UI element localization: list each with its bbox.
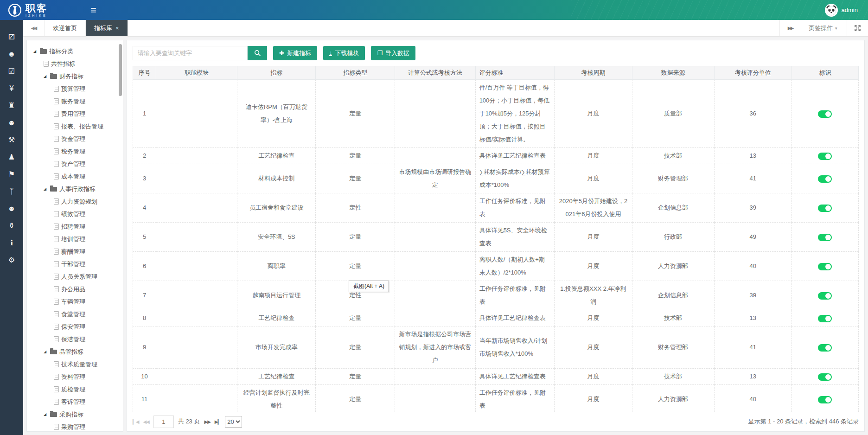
graduation-icon[interactable]: ⚑ xyxy=(8,169,15,179)
table-cell: 月度 xyxy=(555,385,632,414)
tree-leaf-node[interactable]: 办公用品 xyxy=(27,283,123,295)
search-input[interactable] xyxy=(133,46,248,60)
tree-leaf-node[interactable]: 保洁管理 xyxy=(27,333,123,345)
top-navbar: 职客 IZHIKE ≡ admin xyxy=(0,0,868,20)
status-toggle-on[interactable] xyxy=(818,344,832,352)
tree-folder-node[interactable]: ◢人事行政指标 xyxy=(27,183,123,195)
tree-leaf-node[interactable]: 成本管理 xyxy=(27,170,123,183)
table-cell: 工作任务评价标准，见附表 xyxy=(475,385,555,414)
table-cell: 2 xyxy=(133,148,156,164)
tab-operations-dropdown[interactable]: 页签操作 ▾ xyxy=(801,20,847,36)
status-toggle-on[interactable] xyxy=(818,396,832,403)
user-icon[interactable]: ☻ xyxy=(8,204,16,214)
cubes-icon[interactable]: ⚂ xyxy=(8,32,15,42)
tree-leaf-node[interactable]: 共性指标 xyxy=(27,58,123,70)
tree-leaf-node[interactable]: 人员关系管理 xyxy=(27,270,123,283)
table-cell: 质量部 xyxy=(632,80,714,148)
tree-leaf-node[interactable]: 税务管理 xyxy=(27,145,123,158)
tree-leaf-node[interactable]: 招聘管理 xyxy=(27,220,123,233)
download-module-button[interactable]: ↓下载模块 xyxy=(323,46,365,60)
table-row: 11经营计划监督执行及时完整性定量工作任务评价标准，见附表月度人力资源部40 xyxy=(133,385,859,414)
tree-leaf-node[interactable]: 薪酬管理 xyxy=(27,245,123,258)
info-icon[interactable]: ℹ xyxy=(10,238,13,248)
person-arms-up-icon[interactable]: ᛉ xyxy=(9,186,14,197)
tree-folder-node[interactable]: ◢采购指标 xyxy=(27,408,123,421)
status-toggle-on[interactable] xyxy=(818,263,832,270)
toggle-cell xyxy=(791,310,858,326)
trophy-icon[interactable]: ⚱ xyxy=(8,221,14,231)
toggle-cell xyxy=(791,281,858,310)
page-number-input[interactable] xyxy=(153,416,174,428)
create-indicator-button[interactable]: ✚新建指标 xyxy=(273,46,317,60)
tree-leaf-node[interactable]: 客诉管理 xyxy=(27,396,123,408)
status-toggle-on[interactable] xyxy=(818,373,832,381)
tree-folder-node[interactable]: ◢财务指标 xyxy=(27,70,123,83)
status-toggle-on[interactable] xyxy=(818,315,832,322)
tree-leaf-node[interactable]: 账务管理 xyxy=(27,95,123,108)
import-data-button[interactable]: ❐导入数据 xyxy=(371,46,415,60)
tasks-check-icon[interactable]: ☑ xyxy=(8,66,15,77)
status-toggle-on[interactable] xyxy=(818,175,832,183)
tree-caret-icon[interactable]: ◢ xyxy=(44,74,48,78)
money-yen-icon[interactable]: ¥ xyxy=(10,83,14,94)
gears-icon[interactable]: ⚙ xyxy=(8,255,15,265)
tree-leaf-node[interactable]: 绩效管理 xyxy=(27,208,123,220)
status-toggle-on[interactable] xyxy=(818,110,832,118)
tree-leaf-node[interactable]: 干部管理 xyxy=(27,258,123,270)
table-row: 5安全环境、5S定量具体详见5S、安全环境检查表月度行政部49 xyxy=(133,223,859,252)
status-toggle-on[interactable] xyxy=(818,205,832,212)
column-header: 序号 xyxy=(133,66,156,80)
tree-scrollbar[interactable] xyxy=(119,44,122,96)
user-menu[interactable]: admin xyxy=(825,4,868,17)
table-cell: 工艺纪律检查 xyxy=(237,310,316,326)
column-header: 考核评分单位 xyxy=(714,66,791,80)
tree-leaf-node[interactable]: 预算管理 xyxy=(27,83,123,95)
briefcase-icon[interactable]: ⚒ xyxy=(8,135,15,145)
users-icon[interactable]: ☻ xyxy=(8,49,16,59)
next-page-icon[interactable]: ▶▶ xyxy=(204,419,210,424)
tabs-scroll-left-icon[interactable]: ◀◀ xyxy=(23,20,45,36)
tree-leaf-node[interactable]: 资金管理 xyxy=(27,133,123,145)
page-size-select[interactable]: 20 xyxy=(225,416,242,428)
hamburger-menu-icon[interactable]: ≡ xyxy=(90,5,96,15)
tree-caret-icon[interactable]: ◢ xyxy=(44,350,48,354)
tree-folder-node[interactable]: ◢品管指标 xyxy=(27,345,123,358)
tree-caret-icon[interactable]: ◢ xyxy=(33,49,38,53)
tree-leaf-node[interactable]: 技术质量管理 xyxy=(27,358,123,371)
search-button[interactable] xyxy=(248,46,267,60)
table-cell xyxy=(395,193,475,223)
status-toggle-on[interactable] xyxy=(818,234,832,241)
tree-leaf-node[interactable]: 人力资源规划 xyxy=(27,195,123,208)
last-page-icon[interactable]: ▶▎ xyxy=(215,419,221,424)
status-toggle-on[interactable] xyxy=(818,153,832,160)
tree-leaf-node[interactable]: 质检管理 xyxy=(27,383,123,396)
tab-close-icon[interactable]: × xyxy=(115,25,119,32)
tree-leaf-node[interactable]: 报表、报告管理 xyxy=(27,120,123,133)
tree-leaf-node[interactable]: 车辆管理 xyxy=(27,295,123,308)
tab-指标库[interactable]: 指标库× xyxy=(86,20,128,36)
podium-icon[interactable]: ♟ xyxy=(8,152,15,162)
tree-leaf-node[interactable]: 费用管理 xyxy=(27,108,123,120)
table-cell: 10 xyxy=(133,369,156,385)
first-page-icon[interactable]: ▎◀ xyxy=(133,419,139,424)
tabs-scroll-right-icon[interactable]: ▶▶ xyxy=(779,20,801,36)
tree-node-label: 品管指标 xyxy=(59,348,83,356)
tree-leaf-node[interactable]: 保安管理 xyxy=(27,320,123,333)
status-toggle-on[interactable] xyxy=(818,292,832,300)
fullscreen-expand-icon[interactable] xyxy=(847,20,868,36)
tree-node-label: 资金管理 xyxy=(61,135,85,143)
bank-icon[interactable]: ♜ xyxy=(8,101,15,111)
tree-caret-icon[interactable]: ◢ xyxy=(44,412,48,416)
tree-folder-node[interactable]: ◢指标分类 xyxy=(27,45,123,58)
tree-leaf-node[interactable]: 资产管理 xyxy=(27,158,123,170)
table-cell: 市场开发完成率 xyxy=(237,326,316,369)
tab-欢迎首页[interactable]: 欢迎首页 xyxy=(45,20,86,36)
tree-leaf-node[interactable]: 资料管理 xyxy=(27,371,123,383)
team-icon[interactable]: ☻ xyxy=(8,118,16,128)
tree-leaf-node[interactable]: 采购管理 xyxy=(27,421,123,432)
prev-page-icon[interactable]: ◀◀ xyxy=(143,419,149,424)
tree-leaf-node[interactable]: 培训管理 xyxy=(27,233,123,245)
tree-leaf-node[interactable]: 食堂管理 xyxy=(27,308,123,320)
tree-caret-icon[interactable]: ◢ xyxy=(44,187,48,191)
document-icon xyxy=(54,324,59,330)
